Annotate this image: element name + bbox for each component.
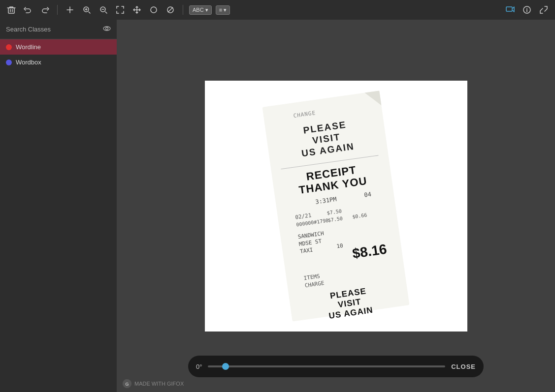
move-tool[interactable] bbox=[131, 3, 143, 16]
lines-dropdown-icon: ▾ bbox=[224, 7, 227, 13]
search-classes-row bbox=[0, 20, 117, 39]
zoom-out-tool[interactable] bbox=[97, 3, 110, 16]
gifox-logo: G bbox=[123, 379, 131, 388]
svg-point-8 bbox=[106, 28, 108, 30]
bottom-bar: 0° CLOSE bbox=[188, 356, 484, 377]
delete-tool[interactable] bbox=[5, 3, 18, 16]
block-tool[interactable] bbox=[164, 3, 177, 16]
branding: G MADE WITH GIFOX bbox=[123, 379, 184, 388]
separator-2 bbox=[183, 5, 183, 15]
svg-rect-0 bbox=[8, 8, 14, 13]
branding-text: MADE WITH GIFOX bbox=[134, 381, 184, 387]
screen-icon[interactable] bbox=[504, 3, 517, 16]
angle-slider-thumb[interactable] bbox=[222, 363, 229, 370]
circle-tool[interactable] bbox=[147, 3, 160, 16]
angle-slider-track[interactable] bbox=[208, 365, 445, 367]
main-area: Wordline Wordbox CHANGE bbox=[0, 20, 555, 392]
class-item-wordline[interactable]: Wordline bbox=[0, 39, 117, 55]
separator-1 bbox=[57, 5, 58, 15]
wordbox-label: Wordbox bbox=[16, 59, 41, 66]
toolbar: ABC ▾ ≡ ▾ bbox=[0, 0, 555, 20]
image-container: CHANGE PLEASE VISIT US AGAIN RECEIPT THA… bbox=[205, 81, 467, 332]
lines-icon: ≡ bbox=[219, 7, 222, 13]
svg-rect-5 bbox=[506, 7, 512, 11]
sidebar: Wordline Wordbox bbox=[0, 20, 117, 392]
abc-label: ABC bbox=[193, 7, 204, 13]
svg-text:10: 10 bbox=[336, 242, 343, 249]
abc-badge[interactable]: ABC ▾ bbox=[189, 5, 212, 15]
wordline-label: Wordline bbox=[16, 43, 41, 51]
class-item-wordbox[interactable]: Wordbox bbox=[0, 55, 117, 70]
angle-label: 0° bbox=[196, 363, 202, 370]
close-button[interactable]: CLOSE bbox=[451, 363, 476, 370]
badge-dropdown-icon: ▾ bbox=[205, 7, 208, 13]
undo-tool[interactable] bbox=[22, 3, 34, 16]
eye-icon[interactable] bbox=[103, 25, 111, 34]
info-icon[interactable] bbox=[521, 3, 533, 16]
redo-tool[interactable] bbox=[38, 3, 51, 16]
canvas-area: CHANGE PLEASE VISIT US AGAIN RECEIPT THA… bbox=[117, 20, 555, 392]
svg-text:04: 04 bbox=[363, 190, 371, 198]
fit-tool[interactable] bbox=[114, 3, 127, 16]
wordbox-dot bbox=[6, 60, 12, 65]
expand-icon[interactable] bbox=[537, 3, 550, 16]
svg-text:G: G bbox=[125, 382, 129, 387]
lines-badge[interactable]: ≡ ▾ bbox=[216, 5, 230, 15]
svg-point-3 bbox=[151, 7, 157, 13]
zoom-in-tool[interactable] bbox=[80, 3, 93, 16]
search-classes-input[interactable] bbox=[6, 26, 103, 33]
receipt-image: CHANGE PLEASE VISIT US AGAIN RECEIPT THA… bbox=[205, 81, 467, 332]
wordline-dot bbox=[6, 44, 12, 50]
add-tool[interactable] bbox=[64, 3, 76, 16]
